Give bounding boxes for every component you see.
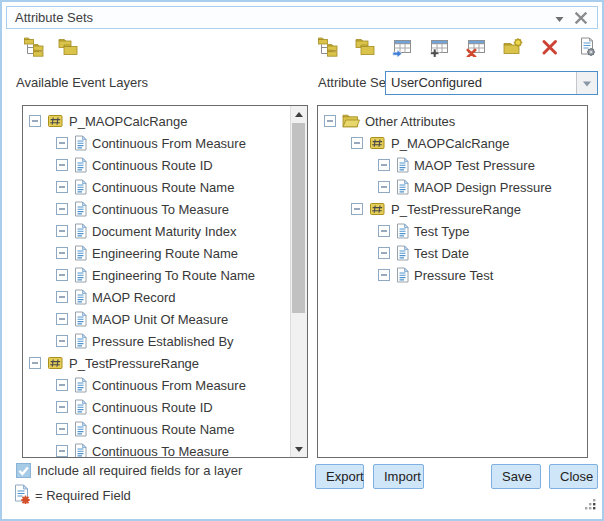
available-layer-row[interactable]: Document Maturity Index: [23, 220, 291, 242]
new-attribute-set-folder-button[interactable]: [503, 39, 523, 59]
expander-minus-icon[interactable]: [351, 203, 363, 215]
available-layer-row[interactable]: Pressure Established By: [23, 330, 291, 352]
remove-table-button[interactable]: [466, 39, 486, 59]
add-layer-tree-button[interactable]: [318, 39, 338, 59]
add-layer-tree-button[interactable]: [24, 39, 44, 59]
add-layers-folder-icon: [355, 37, 375, 61]
expander-minus-icon[interactable]: [56, 247, 68, 259]
available-layer-row[interactable]: Continuous Route Name: [23, 176, 291, 198]
expander-minus-icon[interactable]: [56, 225, 68, 237]
available-layer-row[interactable]: Continuous Route ID: [23, 396, 291, 418]
folder-open-icon: [342, 114, 360, 128]
add-layers-folder-button[interactable]: [355, 39, 375, 59]
attribute-set-row[interactable]: MAOP Test Pressure: [318, 154, 587, 176]
available-layer-row[interactable]: Continuous To Measure: [23, 198, 291, 220]
available-layer-label: Engineering Route Name: [92, 246, 238, 261]
expander-minus-icon[interactable]: [56, 181, 68, 193]
available-layer-row[interactable]: MAOP Record: [23, 286, 291, 308]
include-required-fields-checkbox[interactable]: [16, 463, 31, 478]
close-button[interactable]: Close: [549, 464, 598, 489]
attribute-set-label: P_MAOPCalcRange: [391, 136, 510, 151]
expander-minus-icon[interactable]: [56, 159, 68, 171]
expander-minus-icon[interactable]: [56, 269, 68, 281]
attribute-set-row[interactable]: Test Date: [318, 242, 587, 264]
field-doc-icon: [396, 267, 409, 283]
expander-minus-icon[interactable]: [378, 159, 390, 171]
scrollbar-thumb[interactable]: [292, 123, 305, 313]
available-layer-label: MAOP Unit Of Measure: [92, 312, 228, 327]
available-layer-label: Continuous To Measure: [92, 202, 229, 217]
expander-minus-icon[interactable]: [56, 379, 68, 391]
attribute-set-label: Pressure Test: [414, 268, 493, 283]
event-layer-icon: [369, 201, 386, 217]
expander-minus-icon[interactable]: [378, 181, 390, 193]
add-layers-folder-icon: [58, 37, 78, 61]
auto-hide-button[interactable]: [551, 12, 567, 26]
available-layer-row[interactable]: Continuous From Measure: [23, 132, 291, 154]
expander-minus-icon[interactable]: [56, 401, 68, 413]
event-layer-icon: [47, 113, 64, 129]
available-layer-row[interactable]: P_MAOPCalcRange: [23, 110, 291, 132]
field-doc-icon: [74, 179, 87, 195]
available-layer-row[interactable]: Continuous To Measure: [23, 440, 291, 457]
required-field-icon: [14, 484, 31, 508]
expander-minus-icon[interactable]: [56, 335, 68, 347]
available-layer-row[interactable]: Continuous Route Name: [23, 418, 291, 440]
attribute-set-row[interactable]: P_MAOPCalcRange: [318, 132, 587, 154]
attribute-set-row[interactable]: Other Attributes: [318, 110, 587, 132]
expander-minus-icon[interactable]: [29, 115, 41, 127]
expander-minus-icon[interactable]: [56, 137, 68, 149]
close-dialog-button[interactable]: [573, 12, 589, 26]
available-layers-panel: P_MAOPCalcRangeContinuous From MeasureCo…: [22, 105, 308, 458]
available-layer-label: Continuous Route Name: [92, 180, 234, 195]
add-layer-tree-icon: [318, 37, 338, 61]
available-layer-label: Continuous From Measure: [92, 136, 246, 151]
available-layer-row[interactable]: Engineering To Route Name: [23, 264, 291, 286]
left-panel-scrollbar[interactable]: [290, 106, 307, 457]
available-layer-row[interactable]: Continuous Route ID: [23, 154, 291, 176]
attribute-set-row[interactable]: Test Type: [318, 220, 587, 242]
attribute-set-row[interactable]: Pressure Test: [318, 264, 587, 286]
expander-minus-icon[interactable]: [56, 423, 68, 435]
expander-minus-icon[interactable]: [29, 357, 41, 369]
available-layer-row[interactable]: Continuous From Measure: [23, 374, 291, 396]
expander-minus-icon[interactable]: [56, 291, 68, 303]
export-table-button[interactable]: [392, 39, 412, 59]
expander-minus-icon[interactable]: [324, 115, 336, 127]
expander-minus-icon[interactable]: [351, 137, 363, 149]
scroll-down-button[interactable]: [291, 441, 307, 457]
add-table-button[interactable]: [429, 39, 449, 59]
scroll-up-button[interactable]: [291, 106, 307, 122]
available-layer-label: Continuous Route ID: [92, 158, 213, 173]
attribute-set-value: UserConfigured: [391, 75, 482, 90]
available-layer-label: Document Maturity Index: [92, 224, 237, 239]
field-doc-icon: [396, 223, 409, 239]
attribute-set-dropdown[interactable]: UserConfigured: [385, 71, 598, 95]
attribute-set-row[interactable]: P_TestPressureRange: [318, 198, 587, 220]
expander-minus-icon[interactable]: [378, 247, 390, 259]
available-layer-row[interactable]: MAOP Unit Of Measure: [23, 308, 291, 330]
attribute-set-label: Other Attributes: [365, 114, 455, 129]
close-icon: [575, 10, 587, 28]
expander-minus-icon[interactable]: [56, 445, 68, 457]
resize-grip[interactable]: [584, 497, 597, 515]
expander-minus-icon[interactable]: [56, 203, 68, 215]
save-button[interactable]: Save: [491, 464, 541, 489]
expander-minus-icon[interactable]: [378, 269, 390, 281]
delete-button[interactable]: [540, 39, 560, 59]
expander-minus-icon[interactable]: [378, 225, 390, 237]
field-doc-icon: [74, 267, 87, 283]
attribute-set-row[interactable]: MAOP Design Pressure: [318, 176, 587, 198]
available-layer-label: Continuous Route ID: [92, 400, 213, 415]
import-button[interactable]: Import: [373, 464, 424, 489]
attribute-set-tree: Other AttributesP_MAOPCalcRangeMAOP Test…: [318, 106, 587, 457]
edit-properties-button[interactable]: [577, 39, 597, 59]
available-layer-row[interactable]: Engineering Route Name: [23, 242, 291, 264]
expander-minus-icon[interactable]: [56, 313, 68, 325]
add-layers-folder-button[interactable]: [58, 39, 78, 59]
add-layer-tree-icon: [24, 37, 44, 61]
available-layer-row[interactable]: P_TestPressureRange: [23, 352, 291, 374]
export-button[interactable]: Export: [315, 464, 364, 489]
field-doc-icon: [74, 311, 87, 327]
dropdown-arrow-button[interactable]: [576, 72, 597, 94]
